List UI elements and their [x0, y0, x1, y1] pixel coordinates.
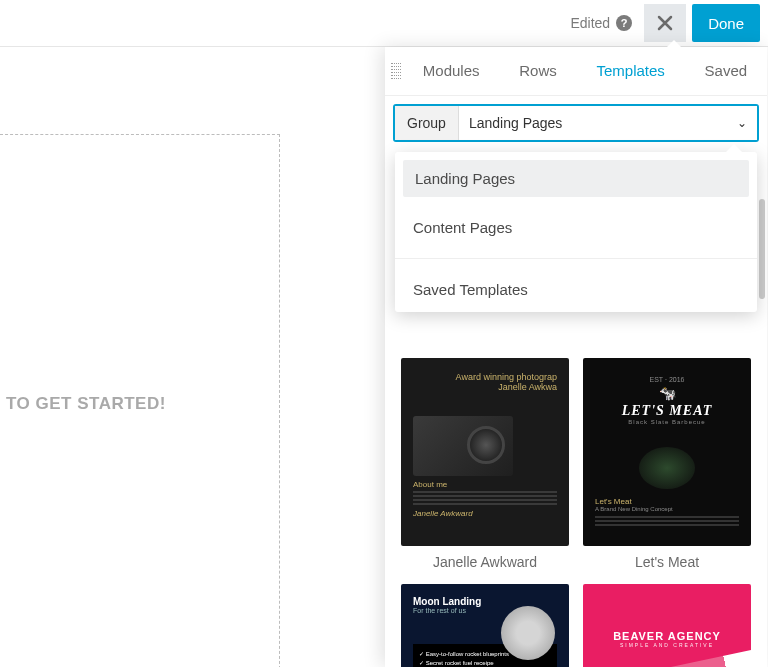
thumb-crest: EST · 2016 — [650, 376, 685, 383]
dropdown-item-content[interactable]: Content Pages — [395, 205, 757, 250]
template-thumb: Moon Landing For the rest of us ✓ Easy-t… — [401, 584, 569, 667]
thumb-signature: Janelle Awkward — [413, 509, 557, 518]
thumb-title: BEAVER AGENCY — [613, 630, 721, 642]
drag-handle-icon[interactable] — [385, 47, 403, 95]
template-thumb: EST · 2016 🐄 LET'S MEAT Black Slate Barb… — [583, 358, 751, 546]
template-thumb: BEAVER AGENCY SIMPLE AND CREATIVE — [583, 584, 751, 667]
dropdown-arrow-icon — [725, 144, 743, 153]
panel-header: Modules Rows Templates Saved — [385, 47, 767, 96]
panel-tabs: Modules Rows Templates Saved — [403, 47, 767, 95]
thumb-subhead: Janelle Awkwa — [413, 382, 557, 392]
group-selector: Group Landing Pages ⌄ — [393, 104, 759, 142]
thumb-tagline: Black Slate Barbecue — [628, 419, 705, 425]
template-name: Let's Meat — [635, 554, 699, 570]
moon-icon — [501, 606, 555, 660]
template-card-beaver[interactable]: BEAVER AGENCY SIMPLE AND CREATIVE — [583, 584, 751, 667]
dropdown-item-saved[interactable]: Saved Templates — [395, 267, 757, 312]
thumb-section-sub: A Brand New Dining Concept — [595, 506, 673, 512]
help-icon[interactable]: ? — [616, 15, 632, 31]
canvas-drop-area[interactable]: TO GET STARTED! — [0, 134, 280, 667]
template-thumb: Award winning photograp Janelle Awkwa Ab… — [401, 358, 569, 546]
template-name: Janelle Awkward — [433, 554, 537, 570]
template-card-janelle[interactable]: Award winning photograp Janelle Awkwa Ab… — [401, 358, 569, 570]
close-icon — [656, 14, 674, 32]
herb-icon — [639, 447, 695, 489]
thumb-about-label: About me — [413, 480, 557, 489]
canvas-placeholder: TO GET STARTED! — [0, 394, 166, 414]
tab-templates[interactable]: Templates — [596, 47, 664, 95]
content-panel: Modules Rows Templates Saved Group Landi… — [385, 47, 767, 667]
crest-right: 2016 — [669, 376, 685, 383]
edited-status: Edited ? — [570, 15, 632, 31]
pencil-icon — [648, 649, 751, 667]
panel-arrow-icon — [666, 40, 682, 48]
cow-icon: 🐄 — [659, 385, 676, 401]
template-card-meat[interactable]: EST · 2016 🐄 LET'S MEAT Black Slate Barb… — [583, 358, 751, 570]
close-button[interactable] — [644, 4, 686, 42]
dropdown-separator — [395, 258, 757, 259]
edited-label: Edited — [570, 15, 610, 31]
thumb-section: Let's Meat — [595, 497, 632, 506]
top-bar: Edited ? Done — [0, 0, 768, 47]
tab-rows[interactable]: Rows — [519, 47, 557, 95]
scrollbar[interactable] — [759, 199, 765, 299]
template-card-moon[interactable]: Moon Landing For the rest of us ✓ Easy-t… — [401, 584, 569, 667]
group-select[interactable]: Landing Pages ⌄ — [459, 106, 757, 140]
bullet-2: ✓ Secret rocket fuel receipe — [419, 659, 551, 666]
thumb-title: Moon Landing — [413, 596, 557, 607]
thumb-brand: LET'S MEAT — [622, 403, 713, 419]
group-label: Group — [395, 106, 459, 140]
tab-saved[interactable]: Saved — [705, 47, 748, 95]
group-selected-text: Landing Pages — [469, 115, 562, 131]
chevron-down-icon: ⌄ — [737, 116, 747, 130]
thumb-headline: Award winning photograp — [413, 372, 557, 382]
group-dropdown: Landing Pages Content Pages Saved Templa… — [395, 152, 757, 312]
tab-modules[interactable]: Modules — [423, 47, 480, 95]
crest-left: EST — [650, 376, 664, 383]
camera-icon — [413, 416, 513, 476]
thumb-sub: SIMPLE AND CREATIVE — [620, 642, 714, 648]
done-button[interactable]: Done — [692, 4, 760, 42]
dropdown-item-landing[interactable]: Landing Pages — [403, 160, 749, 197]
